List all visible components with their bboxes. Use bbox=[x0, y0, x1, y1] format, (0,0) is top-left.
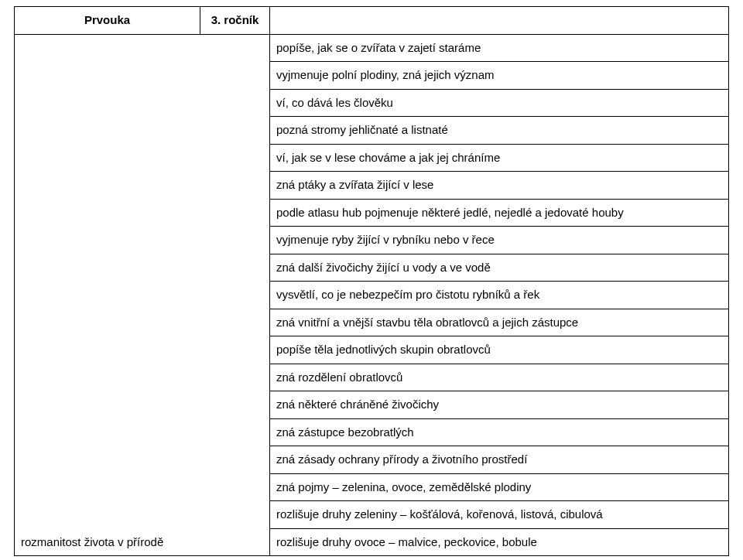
outcome-cell: ví, jak se v lese chováme a jak jej chrá… bbox=[270, 144, 729, 172]
outcome-cell: zná zástupce bezobratlých bbox=[270, 418, 729, 446]
outcome-cell: vyjmenuje polní plodiny, zná jejich význ… bbox=[270, 62, 729, 90]
table-row: rozmanitost života v přírodě popíše, jak… bbox=[15, 34, 729, 62]
outcome-cell: zná ptáky a zvířata žijící v lese bbox=[270, 172, 729, 200]
topic-cell: rozmanitost života v přírodě bbox=[15, 34, 270, 556]
outcome-cell: popíše, jak se o zvířata v zajetí starám… bbox=[270, 34, 729, 62]
outcome-cell: zná pojmy – zelenina, ovoce, zemědělské … bbox=[270, 473, 729, 501]
outcome-cell: popíše těla jednotlivých skupin obratlov… bbox=[270, 336, 729, 364]
outcome-cell: vyjmenuje ryby žijící v rybníku nebo v ř… bbox=[270, 227, 729, 254]
outcome-cell: zná rozdělení obratlovců bbox=[270, 364, 729, 391]
outcome-cell: podle atlasu hub pojmenuje některé jedlé… bbox=[270, 199, 729, 227]
outcome-cell: pozná stromy jehličnaté a listnaté bbox=[270, 117, 729, 145]
outcome-cell: zná zásady ochrany přírody a životního p… bbox=[270, 446, 729, 474]
outcome-cell: zná vnitřní a vnější stavbu těla obratlo… bbox=[270, 309, 729, 336]
outcome-cell: vysvětlí, co je nebezpečím pro čistotu r… bbox=[270, 282, 729, 309]
outcome-cell: ví, co dává les člověku bbox=[270, 89, 729, 117]
outcome-cell: zná některé chráněné živočichy bbox=[270, 391, 729, 419]
outcome-cell: rozlišuje druhy ovoce – malvice, peckovi… bbox=[270, 528, 729, 556]
subject-header: Prvouka bbox=[15, 7, 200, 35]
outcome-cell: rozlišuje druhy zeleniny – košťálová, ko… bbox=[270, 501, 729, 529]
empty-header bbox=[270, 7, 729, 35]
curriculum-table: Prvouka 3. ročník rozmanitost života v p… bbox=[14, 6, 729, 556]
outcome-cell: zná další živočichy žijící u vody a ve v… bbox=[270, 254, 729, 282]
grade-header: 3. ročník bbox=[200, 7, 270, 35]
table-header-row: Prvouka 3. ročník bbox=[15, 7, 729, 35]
